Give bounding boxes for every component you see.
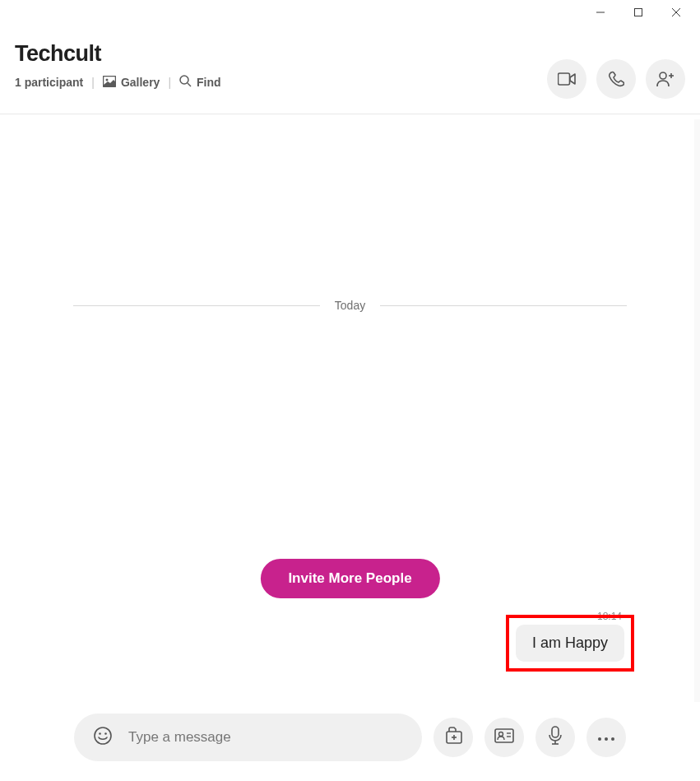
close-button[interactable] [657,1,695,24]
compose-input-container[interactable] [74,714,422,761]
audio-call-button[interactable] [596,59,636,99]
divider-line [380,305,627,306]
microphone-icon [548,726,563,749]
find-label: Find [197,76,221,89]
svg-line-7 [188,83,191,86]
svg-rect-22 [552,727,559,737]
add-files-icon [443,727,463,748]
svg-point-12 [95,728,111,744]
svg-point-13 [99,732,101,735]
maximize-button[interactable] [619,1,657,24]
gallery-icon [103,76,116,90]
find-link[interactable]: Find [179,75,221,90]
compose-bar [0,714,700,761]
svg-point-25 [598,737,601,741]
contact-card-icon [494,728,514,746]
separator: | [168,76,171,89]
svg-point-6 [180,76,188,84]
chat-header: Techcult 1 participant | Gallery | Find [0,25,700,114]
divider-line [73,305,320,306]
gallery-label: Gallery [121,76,160,89]
svg-point-14 [104,732,107,735]
chat-subheader: 1 participant | Gallery | Find [15,75,221,90]
message-highlight-box: I am Happy [506,615,634,672]
svg-rect-18 [495,729,513,742]
more-icon [597,730,615,745]
date-label: Today [320,299,380,312]
minimize-button[interactable] [582,1,619,24]
chat-title[interactable]: Techcult [15,41,221,67]
emoji-picker-button[interactable] [92,727,114,748]
add-person-icon [656,71,675,87]
chat-area: Today Invite More People 18:14 I am Happ… [0,114,700,703]
svg-point-19 [499,732,503,737]
phone-icon [608,71,624,87]
invite-more-people-button[interactable]: Invite More People [260,559,439,598]
message-input[interactable] [128,729,404,746]
separator: | [91,76,95,89]
scrollbar[interactable] [694,119,700,702]
send-contact-button[interactable] [484,718,524,757]
participants-label[interactable]: 1 participant [15,76,83,89]
svg-point-27 [611,737,614,741]
message-text: I am Happy [532,635,608,651]
sent-message-bubble[interactable]: I am Happy [516,625,624,662]
video-icon [558,72,576,86]
video-call-button[interactable] [547,59,586,99]
svg-rect-1 [635,9,642,16]
more-options-button[interactable] [586,718,626,757]
date-divider: Today [0,299,700,312]
svg-point-9 [660,72,666,79]
svg-point-5 [105,78,108,81]
window-titlebar [0,0,700,25]
smiley-icon [93,726,113,749]
gallery-link[interactable]: Gallery [103,76,160,90]
svg-point-26 [605,737,608,741]
add-participant-button[interactable] [646,59,685,99]
svg-rect-8 [559,73,570,85]
header-actions [547,59,685,99]
add-files-button[interactable] [433,718,473,757]
search-icon [179,75,192,90]
voice-message-button[interactable] [535,718,575,757]
